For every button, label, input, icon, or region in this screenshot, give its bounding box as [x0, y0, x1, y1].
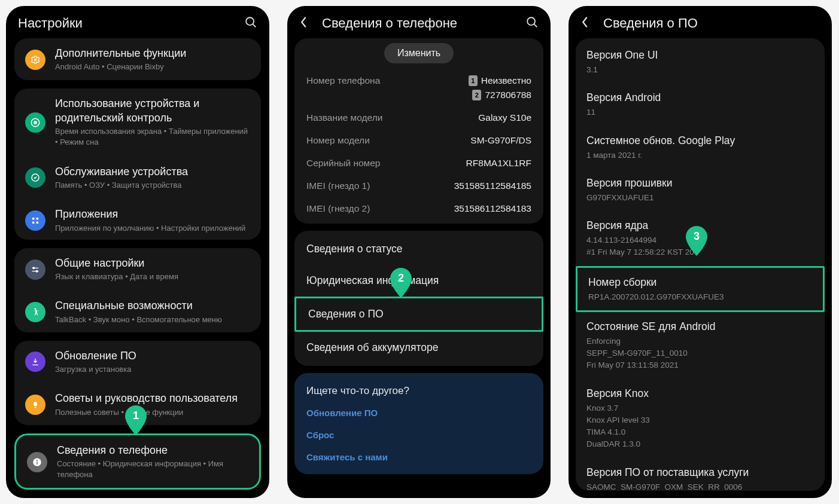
svg-point-9 [36, 221, 38, 224]
row-model-name: Название модели Galaxy S10e [294, 106, 543, 129]
item-subtitle: Приложения по умолчанию • Настройки прил… [55, 223, 250, 234]
svg-point-0 [246, 17, 254, 25]
link-software-info[interactable]: Сведения о ПО [294, 297, 543, 332]
item-title: Сведения о телефоне [57, 444, 248, 457]
item-device-care[interactable]: Обслуживание устройства Память • ОЗУ • З… [14, 157, 261, 200]
block-gplay[interactable]: Системное обнов. Google Play 1 марта 202… [576, 126, 825, 169]
svg-point-13 [36, 270, 38, 272]
page-title: Сведения о телефоне [322, 16, 516, 31]
settings-group-2: Использование устройства и родительский … [14, 88, 261, 239]
item-subtitle: Время использования экрана • Таймеры при… [55, 126, 250, 148]
item-software-update[interactable]: Обновление ПО Загрузка и установка [14, 341, 261, 384]
item-accessibility[interactable]: Специальные возможности TalkBack • Звук … [14, 291, 261, 332]
row-serial: Серийный номер RF8MA1XL1RF [294, 152, 543, 175]
item-subtitle: Язык и клавиатура • Дата и время [55, 271, 250, 282]
software-content: Версия One UI 3.1 Версия Android 11 Сист… [569, 38, 832, 498]
item-title: Специальные возможности [55, 299, 250, 313]
block-kernel[interactable]: Версия ядра 4.14.113-21644994 #1 Fri May… [576, 211, 825, 266]
links-card: Сведения о статусе Юридическая информаци… [294, 231, 543, 366]
block-build-number[interactable]: Номер сборки RP1A.200720.012.G970FXXUAFU… [576, 266, 825, 312]
block-carrier-sw[interactable]: Версия ПО от поставщика услуги SAOMC_SM-… [576, 458, 825, 491]
phone-software-info: Сведения о ПО Версия One UI 3.1 Версия A… [569, 6, 832, 498]
header: Сведения о телефоне [287, 6, 551, 38]
svg-point-4 [34, 121, 37, 124]
update-icon [25, 352, 45, 372]
svg-point-18 [527, 17, 535, 25]
item-subtitle: Android Auto • Сценарии Bixby [55, 62, 250, 72]
item-title: Приложения [55, 207, 250, 221]
header: Сведения о ПО [569, 6, 832, 38]
accessibility-icon [25, 302, 45, 322]
link-update[interactable]: Обновление ПО [294, 402, 543, 424]
row-model-number: Номер модели SM-G970F/DS [294, 129, 543, 152]
page-title: Сведения о ПО [603, 16, 820, 31]
svg-line-1 [253, 25, 256, 28]
settings-group-1: Дополнительные функции Android Auto • Сц… [14, 38, 261, 80]
block-knox[interactable]: Версия Knox Knox 3.7 Knox API level 33 T… [576, 379, 825, 458]
item-about-phone[interactable]: Сведения о телефоне Состояние • Юридичес… [16, 435, 259, 489]
header: Настройки [6, 6, 269, 38]
row-phone-number: Номер телефона 1Неизвестно 2727806788 [294, 69, 543, 106]
item-title: Обслуживание устройства [55, 165, 250, 179]
sim1-icon: 1 [469, 75, 478, 86]
about-content: Изменить Номер телефона 1Неизвестно 2727… [287, 38, 551, 498]
info-icon [27, 452, 47, 472]
item-subtitle: Состояние • Юридическая информация • Имя… [57, 459, 248, 480]
item-tips[interactable]: Советы и руководство пользователя Полезн… [14, 383, 261, 424]
item-subtitle: TalkBack • Звук моно • Вспомогательное м… [55, 314, 250, 325]
item-title: Советы и руководство пользователя [55, 392, 250, 405]
gear-icon [25, 50, 45, 70]
back-icon[interactable] [299, 16, 312, 31]
svg-point-14 [35, 308, 37, 310]
link-contact[interactable]: Свяжитесь с нами [294, 446, 543, 468]
apps-icon [25, 210, 45, 231]
block-android[interactable]: Версия Android 11 [576, 83, 825, 126]
item-title: Обновление ПО [55, 349, 250, 363]
item-subtitle: Загрузка и установка [55, 364, 250, 375]
svg-rect-17 [37, 462, 38, 465]
search-icon[interactable] [525, 16, 539, 31]
item-apps[interactable]: Приложения Приложения по умолчанию • Нас… [14, 199, 261, 240]
item-title: Дополнительные функции [55, 47, 250, 60]
link-legal[interactable]: Юридическая информация [294, 265, 543, 297]
row-imei2: IMEI (гнездо 2) 351586112584183 [294, 197, 543, 220]
sim2-icon: 2 [472, 90, 481, 100]
phone-about: Сведения о телефоне Изменить Номер телеф… [287, 6, 551, 498]
item-subtitle: Память • ОЗУ • Защита устройства [55, 180, 250, 191]
svg-line-19 [534, 25, 537, 28]
item-general[interactable]: Общие настройки Язык и клавиатура • Дата… [14, 248, 261, 291]
svg-point-12 [33, 267, 35, 269]
link-reset[interactable]: Сброс [294, 424, 543, 446]
svg-point-7 [36, 218, 38, 220]
item-advanced-features[interactable]: Дополнительные функции Android Auto • Сц… [14, 38, 261, 80]
block-oneui[interactable]: Версия One UI 3.1 [576, 41, 825, 83]
other-card: Ищете что-то другое? Обновление ПО Сброс… [294, 373, 543, 474]
back-icon[interactable] [580, 16, 594, 31]
item-title: Общие настройки [55, 256, 250, 270]
item-subtitle: Полезные советы • Новые функции [55, 407, 250, 418]
device-info-card: Изменить Номер телефона 1Неизвестно 2727… [294, 38, 543, 224]
svg-point-8 [32, 221, 35, 224]
wellbeing-icon [25, 112, 45, 133]
page-title: Настройки [18, 16, 235, 31]
bulb-icon [25, 395, 45, 415]
other-heading: Ищете что-то другое? [294, 375, 543, 402]
sliders-icon [25, 259, 45, 280]
svg-point-6 [32, 218, 35, 220]
software-card: Версия One UI 3.1 Версия Android 11 Сист… [576, 38, 825, 491]
block-se-android[interactable]: Состояние SE для Android Enforcing SEPF_… [576, 312, 825, 379]
settings-content: Дополнительные функции Android Auto • Сц… [6, 38, 269, 498]
settings-group-about-phone: Сведения о телефоне Состояние • Юридичес… [14, 433, 261, 490]
phone-settings: Настройки Дополнительные функции Android… [6, 6, 269, 498]
link-status[interactable]: Сведения о статусе [294, 233, 543, 265]
edit-button[interactable]: Изменить [384, 43, 454, 63]
svg-point-2 [34, 59, 37, 62]
item-title: Использование устройства и родительский … [55, 97, 250, 125]
device-care-icon [25, 167, 45, 188]
block-firmware[interactable]: Версия прошивки G970FXXUAFUE1 [576, 169, 825, 211]
search-icon[interactable] [244, 16, 257, 31]
link-battery[interactable]: Сведения об аккумуляторе [294, 332, 543, 364]
settings-group-4: Обновление ПО Загрузка и установка Совет… [14, 341, 261, 425]
svg-point-16 [37, 459, 38, 460]
item-digital-wellbeing[interactable]: Использование устройства и родительский … [14, 88, 261, 156]
